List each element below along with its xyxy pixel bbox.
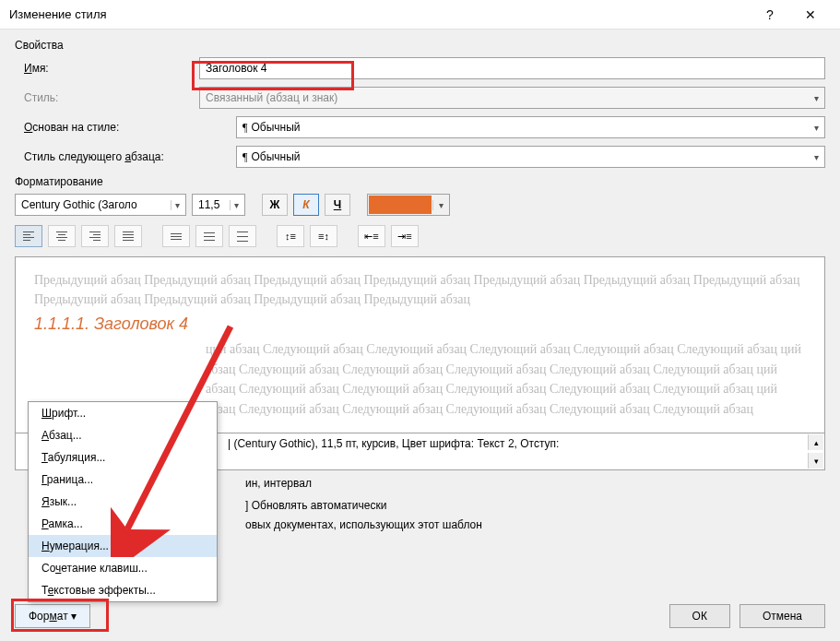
chevron-down-icon: ▾: [814, 152, 819, 162]
space-before-inc-button[interactable]: ↕≡: [277, 225, 304, 247]
color-swatch: [369, 196, 432, 214]
next-style-select[interactable]: ¶Обычный ▾: [236, 146, 825, 168]
indent-dec-button[interactable]: ⇤≡: [358, 225, 385, 247]
auto-update-checkbox-label: Обновлять автоматически: [252, 499, 387, 512]
align-justify-button[interactable]: [114, 225, 142, 247]
menu-numbering[interactable]: Нумерация...: [29, 535, 217, 557]
name-label: Имя:: [15, 62, 199, 75]
chevron-down-icon: ▾: [814, 123, 819, 133]
chevron-down-icon: ▾: [432, 200, 449, 210]
next-style-row: Стиль следующего абзаца: ¶Обычный ▾: [15, 146, 825, 168]
preview-sample-text: 1.1.1.1. Заголовок 4: [34, 315, 806, 334]
dialog-title: Изменение стиля: [9, 7, 750, 21]
align-right-icon: [89, 231, 101, 241]
close-button[interactable]: ✕: [790, 0, 831, 30]
chevron-down-icon: ▾: [171, 200, 180, 210]
preview-prev-paragraph: Предыдущий абзац Предыдущий абзац Предыд…: [34, 270, 806, 309]
space-after-icon: ≡↕: [318, 231, 329, 242]
menu-frame[interactable]: Рамка...: [29, 513, 217, 535]
scope-radio-label: овых документах, использующих этот шабло…: [245, 516, 825, 534]
space-before-icon: ↕≡: [285, 231, 296, 242]
format-button[interactable]: Формат ▾: [15, 604, 90, 628]
line-spacing-1-button[interactable]: [162, 225, 190, 247]
font-size-combo[interactable]: 11,5▾: [192, 194, 245, 216]
align-left-button[interactable]: [15, 225, 42, 247]
line-spacing-15-button[interactable]: [195, 225, 223, 247]
font-combo[interactable]: Century Gothic (Заголо▾: [15, 194, 186, 216]
name-row: Имя:: [15, 57, 825, 79]
based-on-label: Основан на стиле:: [15, 121, 199, 134]
chevron-down-icon: ▾: [230, 200, 239, 210]
paragraph-toolbar: ↕≡ ≡↕ ⇤≡ ⇥≡: [15, 225, 825, 247]
menu-shortcut[interactable]: Сочетание клавиш...: [29, 557, 217, 579]
based-on-row: Основан на стиле: ¶Обычный ▾: [15, 116, 825, 138]
cancel-button[interactable]: Отмена: [739, 604, 825, 628]
based-on-select[interactable]: ¶Обычный ▾: [236, 116, 825, 138]
menu-paragraph[interactable]: Абзац...: [29, 424, 217, 446]
ok-button[interactable]: ОК: [669, 604, 730, 628]
menu-border[interactable]: Граница...: [29, 469, 217, 491]
menu-font[interactable]: Шрифт...: [29, 402, 217, 424]
style-type-row: Стиль: Связанный (абзац и знак) ▾: [15, 87, 825, 109]
next-style-label: Стиль следующего абзаца:: [15, 150, 199, 163]
spacing-icon: [171, 233, 182, 240]
line-spacing-2-button[interactable]: [229, 225, 256, 247]
titlebar: Изменение стиля ? ✕: [0, 0, 840, 30]
format-menu: Шрифт... Абзац... Табуляция... Граница..…: [28, 401, 218, 602]
style-type-select: Связанный (абзац и знак) ▾: [199, 87, 825, 109]
menu-language[interactable]: Язык...: [29, 491, 217, 513]
scroll-down-button[interactable]: ▾: [808, 453, 823, 469]
formatting-section-label: Форматирование: [15, 175, 825, 188]
indent-right-icon: ⇥≡: [397, 231, 411, 243]
chevron-down-icon: ▾: [814, 93, 819, 103]
space-before-dec-button[interactable]: ≡↕: [310, 225, 337, 247]
menu-tabs[interactable]: Табуляция...: [29, 446, 217, 469]
align-justify-icon: [123, 231, 134, 241]
align-center-button[interactable]: [48, 225, 76, 247]
indent-inc-button[interactable]: ⇥≡: [391, 225, 419, 247]
indent-left-icon: ⇤≡: [364, 231, 378, 243]
style-type-label: Стиль:: [15, 91, 199, 104]
align-right-button[interactable]: [81, 225, 109, 247]
italic-button[interactable]: К: [293, 194, 319, 216]
name-input[interactable]: [199, 57, 825, 79]
bold-button[interactable]: Ж: [262, 194, 288, 216]
align-center-icon: [56, 231, 67, 241]
font-color-button[interactable]: ▾: [367, 194, 450, 216]
help-button[interactable]: ?: [750, 0, 790, 30]
align-left-icon: [23, 231, 34, 241]
spacing-icon: [204, 232, 215, 241]
properties-section-label: Свойства: [15, 39, 825, 52]
menu-text-effects[interactable]: Текстовые эффекты...: [29, 579, 217, 601]
spacing-icon: [237, 231, 248, 242]
underline-button[interactable]: Ч: [325, 194, 350, 216]
scroll-up-button[interactable]: ▴: [808, 434, 823, 450]
